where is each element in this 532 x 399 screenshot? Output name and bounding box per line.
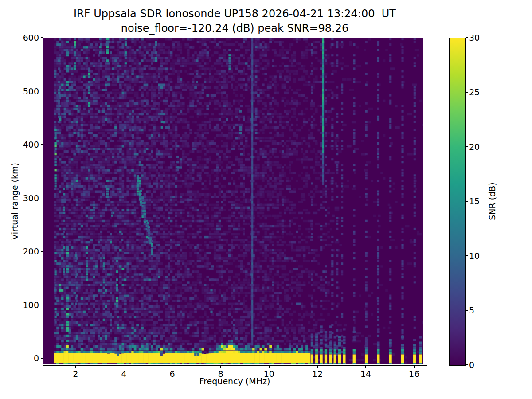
colorbar-tick-mark bbox=[466, 146, 468, 147]
colorbar-tick-mark bbox=[466, 37, 468, 38]
x-tick-mark bbox=[365, 366, 366, 368]
colorbar-tick-label: 20 bbox=[469, 142, 487, 152]
y-tick-mark bbox=[41, 37, 43, 38]
colorbar-tick-label: 10 bbox=[469, 251, 487, 261]
y-tick-label: 0 bbox=[12, 353, 39, 363]
x-tick-mark bbox=[269, 366, 270, 368]
chart-subtitle: noise_floor=-120.24 (dB) peak SNR=98.26 bbox=[43, 22, 426, 35]
colorbar-tick-label: 0 bbox=[469, 360, 487, 370]
y-tick-label: 500 bbox=[12, 86, 39, 96]
x-tick-mark bbox=[124, 366, 125, 368]
x-tick-mark bbox=[317, 366, 318, 368]
x-tick-label: 8 bbox=[210, 369, 232, 379]
y-tick-mark bbox=[41, 91, 43, 92]
y-tick-mark bbox=[41, 251, 43, 252]
y-tick-mark bbox=[41, 144, 43, 145]
colorbar-label: SNR (dB) bbox=[487, 182, 497, 220]
x-tick-label: 4 bbox=[113, 369, 135, 379]
y-tick-mark bbox=[41, 305, 43, 305]
x-tick-label: 12 bbox=[306, 369, 329, 379]
colorbar-tick-mark bbox=[466, 92, 468, 93]
colorbar bbox=[449, 38, 466, 366]
y-tick-mark bbox=[41, 198, 43, 199]
colorbar-tick-label: 25 bbox=[469, 87, 487, 97]
colorbar-tick-mark bbox=[466, 310, 468, 311]
x-tick-label: 14 bbox=[355, 369, 377, 379]
y-tick-mark bbox=[41, 358, 43, 359]
y-tick-label: 200 bbox=[12, 246, 39, 256]
colorbar-tick-label: 30 bbox=[469, 33, 487, 43]
y-tick-label: 100 bbox=[12, 300, 39, 310]
x-tick-mark bbox=[414, 366, 415, 368]
x-tick-label: 16 bbox=[403, 369, 425, 379]
y-tick-label: 400 bbox=[12, 140, 39, 149]
y-tick-label: 600 bbox=[12, 33, 39, 43]
colorbar-tick-label: 5 bbox=[469, 305, 487, 315]
colorbar-tick-mark bbox=[466, 364, 468, 365]
plot-area bbox=[43, 38, 427, 366]
colorbar-tick-mark bbox=[466, 201, 468, 202]
heatmap-canvas bbox=[43, 38, 427, 365]
x-tick-label: 2 bbox=[64, 369, 86, 379]
colorbar-gradient-canvas bbox=[450, 38, 466, 365]
x-tick-label: 10 bbox=[258, 369, 280, 379]
x-tick-mark bbox=[172, 366, 173, 368]
chart-title: IRF Uppsala SDR Ionosonde UP158 2026-04-… bbox=[43, 7, 426, 20]
x-tick-mark bbox=[75, 366, 76, 368]
colorbar-tick-mark bbox=[466, 255, 468, 256]
x-tick-mark bbox=[220, 366, 221, 368]
x-tick-label: 6 bbox=[161, 369, 184, 379]
ionogram-figure: IRF Uppsala SDR Ionosonde UP158 2026-04-… bbox=[0, 0, 532, 399]
colorbar-tick-label: 15 bbox=[469, 196, 487, 206]
y-tick-label: 300 bbox=[12, 193, 39, 203]
